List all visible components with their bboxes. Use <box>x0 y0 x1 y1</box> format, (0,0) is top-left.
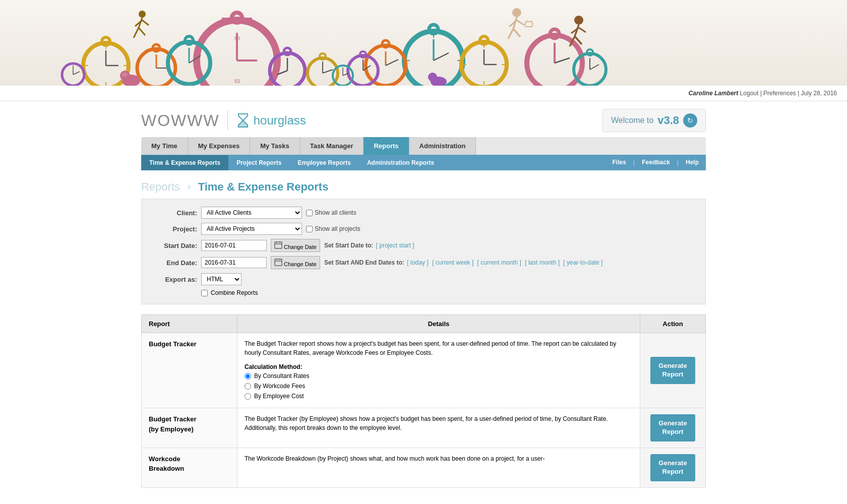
radio-employee-cost: By Employee Cost <box>245 392 633 401</box>
hourglass-icon <box>235 113 251 128</box>
preferences-link[interactable]: Preferences <box>763 90 796 97</box>
action-workcode: GenerateReport <box>640 448 706 487</box>
breadcrumb: Reports › Time & Expense Reports <box>141 170 706 199</box>
table-row: Budget Tracker The Budget Tracker report… <box>142 333 706 408</box>
subnav-employee-reports[interactable]: Employee Reports <box>290 155 359 170</box>
svg-line-3 <box>139 28 145 35</box>
nav-administration[interactable]: Administration <box>409 137 476 155</box>
radio-consultant-rates: By Consultant Rates <box>245 371 633 381</box>
last-month-link[interactable]: [ last month ] <box>525 259 560 266</box>
svg-rect-45 <box>525 22 532 27</box>
nav-my-tasks[interactable]: My Tasks <box>250 137 300 155</box>
nav-my-time[interactable]: My Time <box>141 137 188 155</box>
subnav-admin-reports[interactable]: Administration Reports <box>359 155 442 170</box>
nav-my-expenses[interactable]: My Expenses <box>188 137 250 155</box>
refresh-icon[interactable]: ↻ <box>683 113 697 128</box>
nav-reports[interactable]: Reports <box>364 137 409 155</box>
subnav-feedback[interactable]: Feedback <box>635 155 677 170</box>
export-row: Export as: HTML PDF Excel <box>152 273 695 285</box>
svg-line-5 <box>142 20 149 25</box>
end-date-calendar-btn[interactable]: Change Date <box>271 256 320 269</box>
workcode-fees-radio[interactable] <box>245 383 251 390</box>
filter-form: Client: All Active Clients Show all clie… <box>141 199 706 304</box>
subnav-time-expense[interactable]: Time & Expense Reports <box>141 155 228 170</box>
report-column-header: Report <box>142 315 237 333</box>
report-name-workcode: WorkcodeBreakdown <box>142 448 237 487</box>
subnav-help[interactable]: Help <box>679 155 706 170</box>
show-all-clients-checkbox[interactable] <box>306 210 313 216</box>
logo-divider <box>227 110 228 131</box>
year-to-date-link[interactable]: [ year-to-date ] <box>563 259 602 266</box>
export-label: Export as: <box>152 276 197 283</box>
logo-text: hourglass <box>254 113 306 128</box>
set-start-end-links: Set Start AND End Dates to: [ today ] [ … <box>324 259 603 266</box>
project-label: Project: <box>152 225 197 233</box>
breadcrumb-arrow: › <box>187 180 194 193</box>
svg-text:XII: XII <box>234 36 240 41</box>
current-month-link[interactable]: [ current month ] <box>477 259 521 266</box>
svg-point-39 <box>512 8 521 17</box>
svg-line-51 <box>434 53 449 60</box>
start-date-calendar-btn[interactable]: Change Date <box>271 239 320 252</box>
report-details-budget-tracker-employee: The Budget Tracker (by Employee) shows h… <box>237 408 640 448</box>
logo-wowww: WOWWW <box>141 111 220 130</box>
end-date-input[interactable] <box>201 257 267 268</box>
start-date-row: Start Date: Change Date Set Start Date t… <box>152 239 695 252</box>
svg-line-44 <box>517 20 524 25</box>
start-date-input[interactable] <box>201 240 267 251</box>
calendar-icon-2 <box>274 258 282 266</box>
svg-line-2 <box>134 28 139 38</box>
project-select[interactable]: All Active Projects <box>201 223 302 235</box>
svg-line-4 <box>135 20 142 26</box>
subnav-project-reports[interactable]: Project Reports <box>228 155 289 170</box>
end-date-row: End Date: Change Date Set Start AND End … <box>152 256 695 269</box>
client-label: Client: <box>152 209 197 217</box>
svg-rect-101 <box>275 259 282 266</box>
radio-workcode-fees: By Workcode Fees <box>245 382 633 391</box>
generate-report-btn-3[interactable]: GenerateReport <box>650 454 695 481</box>
welcome-text: Welcome to <box>611 116 653 125</box>
project-start-link[interactable]: [ project start ] <box>376 242 414 249</box>
show-all-projects-checkbox[interactable] <box>306 226 313 232</box>
today-link[interactable]: [ today ] <box>407 259 429 266</box>
sub-nav: Time & Expense Reports Project Reports E… <box>141 155 706 170</box>
svg-text:XII: XII <box>234 79 240 84</box>
version-label: v3.8 <box>657 114 679 127</box>
table-header-row: Report Details Action <box>142 315 706 333</box>
svg-line-75 <box>555 58 570 63</box>
set-start-date-links: Set Start Date to: [ project start ] <box>324 242 415 249</box>
breadcrumb-parent: Reports <box>141 180 180 193</box>
action-budget-tracker: GenerateReport <box>640 333 706 408</box>
svg-line-85 <box>579 28 586 32</box>
calendar-icon <box>274 241 282 249</box>
subnav-files[interactable]: Files <box>605 155 633 170</box>
export-select[interactable]: HTML PDF Excel <box>201 273 241 285</box>
client-select[interactable]: All Active Clients <box>201 207 302 219</box>
breadcrumb-current: Time & Expense Reports <box>198 180 329 193</box>
current-date: July 28, 2016 <box>801 90 837 97</box>
nav-task-manager[interactable]: Task Manager <box>300 137 364 155</box>
start-date-label: Start Date: <box>152 242 197 249</box>
action-column-header: Action <box>640 315 706 333</box>
employee-cost-radio[interactable] <box>245 393 251 400</box>
table-row: Budget Tracker(by Employee) The Budget T… <box>142 408 706 448</box>
current-week-link[interactable]: [ current week ] <box>432 259 473 266</box>
main-nav: My Time My Expenses My Tasks Task Manage… <box>141 137 706 155</box>
svg-line-59 <box>386 59 398 66</box>
details-column-header: Details <box>237 315 640 333</box>
logout-link[interactable]: Logout <box>740 90 759 97</box>
report-name-budget-tracker: Budget Tracker <box>142 333 237 408</box>
consultant-rates-radio[interactable] <box>245 373 251 380</box>
generate-report-btn-2[interactable]: GenerateReport <box>650 414 695 442</box>
table-row: WorkcodeBreakdown The Workcode Breakdown… <box>142 448 706 487</box>
combine-reports-label: Combine Reports <box>211 289 258 296</box>
svg-line-88 <box>73 72 80 75</box>
svg-line-79 <box>590 65 599 70</box>
generate-report-btn-1[interactable]: GenerateReport <box>650 357 695 384</box>
change-date-label: Change Date <box>284 244 317 250</box>
combine-reports-checkbox[interactable] <box>201 290 208 296</box>
client-row: Client: All Active Clients Show all clie… <box>152 207 695 219</box>
svg-rect-97 <box>275 242 282 248</box>
logo-hourglass: hourglass <box>235 113 306 128</box>
reports-table: Report Details Action Budget Tracker The… <box>141 314 706 488</box>
